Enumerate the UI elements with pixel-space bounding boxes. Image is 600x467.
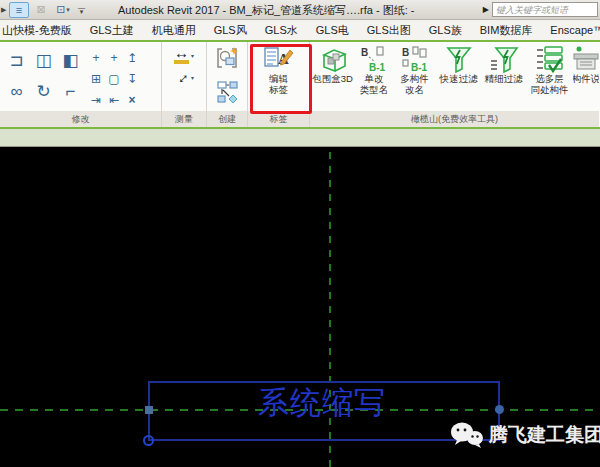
dropdown-arrow-icon: ▾ xyxy=(66,6,70,14)
create-group-icon xyxy=(215,46,239,70)
measure-linear-button[interactable]: ↔ ▾ xyxy=(174,46,194,64)
quick-filter-button[interactable]: 快速过滤 xyxy=(436,45,481,114)
ribbon-tab-bar: 山快模-免费版 GLS土建 机电通用 GLS风 GLS水 GLS电 GLS出图 … xyxy=(0,20,600,42)
svg-text:B: B xyxy=(402,47,409,58)
ribbon: ⊐ ◫ ◧ ∞ ↻ ⌐ + + ↥ ⊞ ▢ ↧ ⇥ ⇤ × xyxy=(0,42,600,127)
pin-icon: ↧ xyxy=(127,72,137,86)
unpin-button: ↥ xyxy=(123,47,141,68)
component-desk-icon xyxy=(573,45,599,73)
tab-enscape[interactable]: Enscape™ xyxy=(541,20,600,40)
offset-icon: ⊐ xyxy=(9,50,23,71)
join-circles-icon: ∞ xyxy=(10,82,22,102)
measure-linear-icon: ↔ xyxy=(174,46,189,64)
delete-button[interactable]: × xyxy=(123,89,141,110)
tab-gls-feng[interactable]: GLS风 xyxy=(205,20,256,40)
tab-kuaimo[interactable]: 山快模-免费版 xyxy=(0,20,81,40)
window-title: Autodesk Revit 2017 - BM_标记_管道系统缩写….rfa … xyxy=(118,3,414,18)
rotate-button[interactable]: ↻ xyxy=(30,76,57,107)
help-search: ▶ xyxy=(483,2,598,17)
watermark-text: 腾飞建工集团 xyxy=(489,422,600,448)
tab-gls-shui[interactable]: GLS水 xyxy=(256,20,307,40)
unpin-icon: ↥ xyxy=(127,51,137,65)
align-start-icon: ⇤ xyxy=(109,93,119,107)
list-icon: ≡ xyxy=(16,4,22,16)
dropdown-arrow-icon[interactable]: ▾ xyxy=(191,52,194,59)
array-button[interactable]: ⊞ xyxy=(87,68,105,89)
pin-button[interactable]: ↧ xyxy=(123,68,141,89)
close-hidden-windows-button: ⊠ xyxy=(31,2,51,18)
tab-gls-chutu[interactable]: GLS出图 xyxy=(358,20,420,40)
tag-text[interactable]: 系统缩写 xyxy=(242,384,402,420)
align-start-button[interactable]: ⇤ xyxy=(105,89,123,110)
measure-angular-button[interactable]: ↔ ▾ xyxy=(174,70,194,84)
array-grid-icon: ⊞ xyxy=(91,72,101,86)
fine-filter-funnel-icon xyxy=(489,45,519,73)
move-button[interactable]: + xyxy=(87,47,105,68)
create-similar-button[interactable] xyxy=(215,80,239,108)
tab-bim-database[interactable]: BIM数据库 xyxy=(471,20,542,40)
measure-diagonal-icon: ↔ xyxy=(171,67,192,88)
panel-label-modify: 修改 xyxy=(0,111,161,127)
align-end-button[interactable]: ⇥ xyxy=(87,89,105,110)
svg-text:B-1: B-1 xyxy=(411,62,428,73)
quick-access-toolbar: ▶ ≡ ⊠ ⊡▾ —▾ xyxy=(0,2,88,18)
toolbar-expand-icon[interactable]: ▶ xyxy=(1,6,7,14)
stacked-layers-check-icon xyxy=(535,45,565,73)
svg-text:B: B xyxy=(361,47,368,58)
select-multi-floor-button[interactable]: 选多层 同处构件 xyxy=(526,45,573,114)
rename-single-type-icon: B B-1 xyxy=(359,45,389,73)
bounding-box-3d-button[interactable]: 包围盒3D xyxy=(310,45,355,114)
join-button[interactable]: ∞ xyxy=(3,76,30,107)
delete-x-icon: × xyxy=(128,93,135,107)
tab-gls-zu[interactable]: GLS族 xyxy=(420,20,471,40)
component-info-button[interactable]: 构件说 xyxy=(573,45,599,114)
panel-modify: ⊐ ◫ ◧ ∞ ↻ ⌐ + + ↥ ⊞ ▢ ↧ ⇥ ⇤ × xyxy=(0,42,162,127)
revit-window: ▶ ≡ ⊠ ⊡▾ —▾ Autodesk Revit 2017 - BM_标记_… xyxy=(0,0,600,467)
rename-multi-button[interactable]: B B-1 多构件 改名 xyxy=(393,45,436,114)
left-grip-handle[interactable] xyxy=(145,406,153,414)
align-end-icon: ⇥ xyxy=(91,93,101,107)
panel-olive-tools: 包围盒3D B B-1 单改 类型名 B xyxy=(310,42,599,127)
customize-toolbar-button[interactable]: —▾ xyxy=(75,6,88,14)
window-close-icon: ⊠ xyxy=(36,3,45,16)
drawing-canvas[interactable]: 系统缩写 腾飞建工集团 xyxy=(0,147,600,467)
fine-filter-button[interactable]: 精细过滤 xyxy=(481,45,526,114)
rename-single-type-button[interactable]: B B-1 单改 类型名 xyxy=(355,45,393,114)
panel-label-create: 创建 xyxy=(207,111,247,127)
split-element-button[interactable]: ◧ xyxy=(57,45,84,76)
panel-label-measure: 测量 xyxy=(162,111,206,127)
tab-gls-dian[interactable]: GLS电 xyxy=(307,20,358,40)
search-go-icon[interactable]: ▶ xyxy=(483,5,489,14)
create-group-button[interactable] xyxy=(215,46,239,74)
rotate-control-icon[interactable] xyxy=(143,435,154,446)
type-properties-button[interactable]: ≡ xyxy=(9,2,29,18)
align-button[interactable]: ◫ xyxy=(30,45,57,76)
search-input[interactable] xyxy=(492,2,598,17)
create-similar-icon xyxy=(215,80,239,104)
wechat-icon xyxy=(450,421,484,449)
edit-tag-button[interactable]: A 编辑 标签 xyxy=(248,42,309,111)
panel-label-tag: 标签 xyxy=(248,111,309,127)
trim-corner-button[interactable]: ⌐ xyxy=(57,76,84,107)
copy-button[interactable]: + xyxy=(105,47,123,68)
switch-windows-button[interactable]: ⊡▾ xyxy=(53,2,73,18)
title-bar: ▶ ≡ ⊠ ⊡▾ —▾ Autodesk Revit 2017 - BM_标记_… xyxy=(0,0,600,20)
panel-create: 创建 xyxy=(207,42,248,127)
panel-measure: ↔ ▾ ↔ ▾ 测量 xyxy=(162,42,207,127)
tab-jidian-tongyong[interactable]: 机电通用 xyxy=(143,20,205,40)
svg-text:B-1: B-1 xyxy=(369,62,386,73)
align-icon: ◫ xyxy=(35,50,51,71)
scale-box-icon: ▢ xyxy=(108,72,119,86)
offset-button[interactable]: ⊐ xyxy=(3,45,30,76)
quick-filter-funnel-icon xyxy=(444,45,474,73)
tab-gls-tujian[interactable]: GLS土建 xyxy=(81,20,143,40)
panel-tag: A 编辑 标签 标签 xyxy=(248,42,310,127)
move-cross-icon: + xyxy=(92,51,99,65)
bounding-box-3d-icon xyxy=(318,45,348,73)
trim-corner-icon: ⌐ xyxy=(66,82,76,102)
chevron-down-icon: ▾ xyxy=(80,10,84,14)
edit-label-icon: A xyxy=(264,45,294,73)
watermark: 腾飞建工集团 xyxy=(450,421,600,449)
window-switch-icon: ⊡ xyxy=(56,3,65,16)
right-grip-handle[interactable] xyxy=(495,405,504,414)
